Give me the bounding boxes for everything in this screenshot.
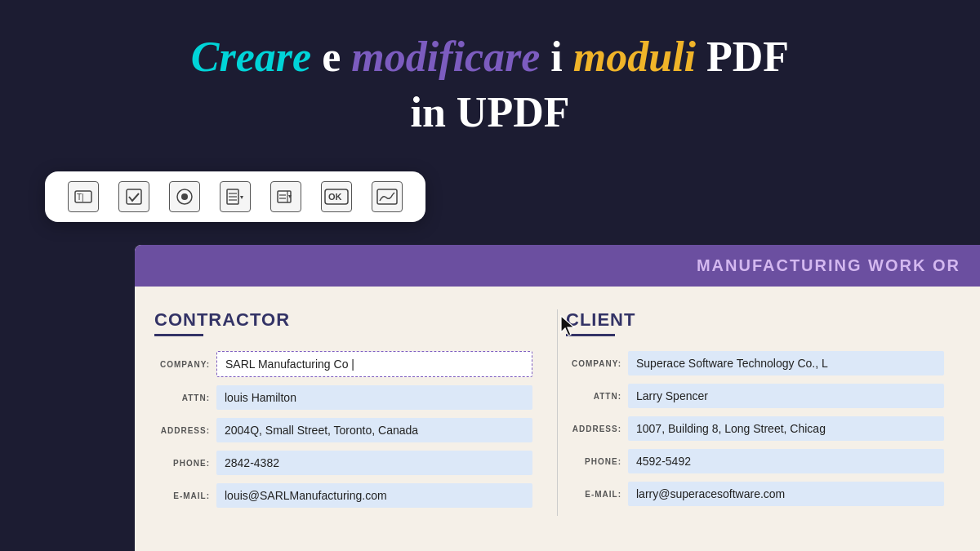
toolbar-wrapper: T| <box>45 171 425 222</box>
client-company-label: COMPANY: <box>566 359 621 368</box>
contractor-title: CONTRACTOR <box>154 309 532 331</box>
client-company-input[interactable] <box>628 351 944 375</box>
combo-box-icon[interactable] <box>270 181 301 212</box>
svg-marker-9 <box>240 196 243 199</box>
contractor-email-row: E-MAIL: <box>154 483 532 508</box>
header-title: Creare e modificare i moduli PDF in UPDF <box>16 29 964 140</box>
client-attn-label: ATTN: <box>566 392 621 401</box>
radio-icon[interactable] <box>169 181 200 212</box>
contractor-email-label: E-MAIL: <box>154 491 210 500</box>
client-email-label: E-MAIL: <box>566 490 621 499</box>
word-pdf: PDF <box>706 33 789 80</box>
toolbar: T| <box>45 171 425 222</box>
page-wrapper: Creare e modificare i moduli PDF in UPDF… <box>0 0 980 551</box>
contractor-underline <box>154 334 203 336</box>
client-address-label: ADDRESS: <box>566 424 621 433</box>
client-underline <box>566 334 615 336</box>
word-creare: Creare <box>191 33 311 80</box>
signature-icon[interactable] <box>372 181 403 212</box>
contractor-address-row: ADDRESS: <box>154 418 532 442</box>
svg-rect-17 <box>377 189 397 204</box>
svg-text:OK: OK <box>328 192 342 202</box>
client-section: CLIENT COMPANY: ATTN: ADDRESS: PHONE: <box>566 309 960 516</box>
section-divider <box>557 309 558 516</box>
contractor-phone-label: PHONE: <box>154 459 210 468</box>
word-modificare: modificare <box>351 33 540 80</box>
word-i: i <box>550 33 572 80</box>
header: Creare e modificare i moduli PDF in UPDF <box>0 0 980 162</box>
client-address-row: ADDRESS: <box>566 416 944 441</box>
contractor-attn-label: ATTN: <box>154 393 210 402</box>
text-field-icon[interactable]: T| <box>68 181 99 212</box>
contractor-attn-row: ATTN: <box>154 385 532 410</box>
word-moduli: moduli <box>573 33 696 80</box>
contractor-company-input[interactable] <box>216 351 532 377</box>
word-e: e <box>322 33 351 80</box>
svg-point-4 <box>181 193 188 200</box>
list-box-icon[interactable] <box>220 181 251 212</box>
client-company-row: COMPANY: <box>566 351 944 375</box>
word-updf: UPDF <box>457 89 570 136</box>
document-area: MANUFACTURING WORK OR CONTRACTOR COMPANY… <box>135 245 980 551</box>
doc-header-bar: MANUFACTURING WORK OR <box>135 245 980 287</box>
contractor-phone-row: PHONE: <box>154 451 532 475</box>
client-phone-row: PHONE: <box>566 449 944 473</box>
form-content: CONTRACTOR COMPANY: ATTN: ADDRESS: PHONE… <box>135 287 980 532</box>
client-phone-label: PHONE: <box>566 457 621 466</box>
contractor-phone-input[interactable] <box>216 451 532 475</box>
word-in: in <box>410 89 445 136</box>
contractor-attn-input[interactable] <box>216 385 532 410</box>
contractor-section: CONTRACTOR COMPANY: ATTN: ADDRESS: PHONE… <box>154 309 549 516</box>
button-ok-icon[interactable]: OK <box>321 181 352 212</box>
client-title: CLIENT <box>566 309 944 331</box>
client-email-row: E-MAIL: <box>566 482 944 506</box>
client-attn-input[interactable] <box>628 384 944 408</box>
doc-header-text: MANUFACTURING WORK OR <box>697 256 960 274</box>
contractor-company-row: COMPANY: <box>154 351 532 377</box>
checkbox-icon[interactable] <box>118 181 149 212</box>
client-address-input[interactable] <box>628 416 944 441</box>
svg-rect-2 <box>127 189 141 204</box>
svg-text:T|: T| <box>77 193 84 202</box>
contractor-company-label: COMPANY: <box>154 360 210 369</box>
client-attn-row: ATTN: <box>566 384 944 408</box>
svg-rect-10 <box>278 191 291 202</box>
client-email-input[interactable] <box>628 482 944 506</box>
contractor-address-input[interactable] <box>216 418 532 442</box>
contractor-address-label: ADDRESS: <box>154 426 210 435</box>
client-phone-input[interactable] <box>628 449 944 473</box>
contractor-email-input[interactable] <box>216 483 532 508</box>
